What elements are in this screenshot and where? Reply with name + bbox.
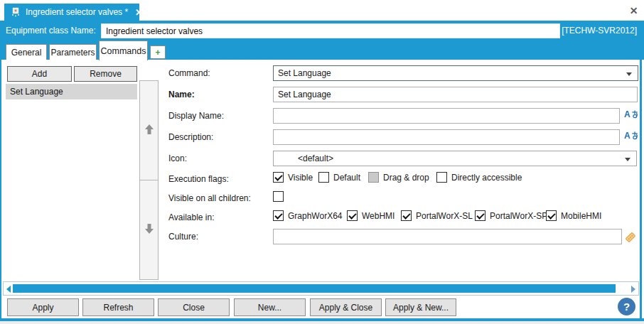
checkbox-default[interactable]: Default bbox=[318, 172, 360, 183]
window-border-right bbox=[640, 21, 642, 321]
icon-label: Icon: bbox=[168, 153, 187, 163]
document-tab[interactable]: Ingredient selector valves * ✕ bbox=[4, 4, 139, 21]
horizontal-scrollbar[interactable] bbox=[3, 281, 639, 296]
window-bottom-strip bbox=[0, 321, 644, 324]
checkbox-graphworx64[interactable]: GraphWorX64 bbox=[273, 210, 342, 221]
window-close-icon[interactable]: ✕ bbox=[628, 5, 640, 17]
culture-tag-icon[interactable] bbox=[624, 231, 637, 244]
list-item[interactable]: Set Language bbox=[6, 84, 137, 99]
equipment-class-name-input[interactable] bbox=[101, 23, 560, 38]
command-value: Set Language bbox=[278, 68, 331, 78]
localize-icon-latin: A bbox=[624, 109, 630, 119]
checkbox-webhmi[interactable]: WebHMI bbox=[347, 210, 395, 221]
reorder-controls bbox=[139, 80, 159, 281]
checkbox-box[interactable] bbox=[347, 210, 358, 221]
description-label: Description: bbox=[168, 132, 213, 142]
help-button[interactable]: ? bbox=[618, 298, 635, 315]
checkbox-portalworx-sp[interactable]: PortalWorX-SP bbox=[475, 210, 547, 221]
checkbox-mobilehmi[interactable]: MobileHMI bbox=[546, 210, 601, 221]
equipment-class-editor-window: Ingredient selector valves * ✕ ✕ Equipme… bbox=[0, 0, 644, 324]
commands-tab-content: Add Remove Set Language Command: Set Lan… bbox=[1, 60, 640, 281]
visible-on-all-children-label: Visible on all children: bbox=[168, 193, 251, 203]
localize-icon-kana bbox=[631, 110, 639, 119]
checkbox-label: Directly accessible bbox=[451, 173, 522, 183]
apply-and-close-button[interactable]: Apply & Close bbox=[310, 298, 382, 316]
checkbox-box[interactable] bbox=[436, 172, 447, 183]
arrow-up-icon bbox=[144, 123, 155, 139]
scroll-right-icon[interactable] bbox=[631, 286, 635, 293]
window-border-left bbox=[0, 21, 1, 321]
tab-parameters[interactable]: Parameters bbox=[49, 44, 97, 60]
checkbox-label: Default bbox=[333, 173, 360, 183]
name-input[interactable] bbox=[273, 87, 638, 102]
add-tab-button[interactable]: + bbox=[150, 45, 166, 59]
move-up-button[interactable] bbox=[139, 80, 159, 180]
display-name-input[interactable] bbox=[273, 108, 620, 124]
checkbox-box[interactable] bbox=[273, 191, 284, 202]
checkbox-portalworx-sl[interactable]: PortalWorX-SL bbox=[401, 210, 473, 221]
checkbox-label: WebHMI bbox=[362, 211, 395, 221]
checkbox-visible-on-all-children[interactable] bbox=[273, 191, 284, 202]
tab-general[interactable]: General bbox=[6, 44, 47, 60]
apply-button[interactable]: Apply bbox=[7, 298, 79, 316]
tab-commands[interactable]: Commands bbox=[99, 40, 148, 60]
equipment-class-name-label: Equipment class Name: bbox=[6, 26, 96, 36]
titlebar: Ingredient selector valves * ✕ ✕ bbox=[0, 0, 644, 21]
scroll-left-icon[interactable] bbox=[6, 286, 11, 293]
culture-input[interactable] bbox=[273, 229, 622, 244]
tab-strip: General Parameters Commands + bbox=[0, 41, 644, 60]
close-button[interactable]: Close bbox=[158, 298, 230, 316]
new-button[interactable]: New... bbox=[234, 298, 306, 316]
command-label: Command: bbox=[168, 68, 210, 78]
checkbox-label: PortalWorX-SP bbox=[490, 211, 547, 221]
checkbox-box[interactable] bbox=[475, 210, 485, 221]
available-in-label: Available in: bbox=[168, 212, 215, 222]
move-down-button[interactable] bbox=[139, 180, 159, 280]
checkbox-box[interactable] bbox=[368, 172, 379, 183]
localize-icon[interactable]: A bbox=[624, 109, 641, 120]
checkbox-label: PortalWorX-SL bbox=[416, 211, 473, 221]
chevron-down-icon bbox=[626, 72, 632, 76]
description-input[interactable] bbox=[273, 129, 620, 145]
chevron-down-icon bbox=[625, 158, 630, 161]
localize-icon-kana bbox=[631, 131, 639, 140]
checkbox-label: Visible bbox=[288, 173, 313, 183]
checkbox-box[interactable] bbox=[546, 210, 557, 221]
execution-flags-label: Execution flags: bbox=[168, 174, 229, 184]
display-name-label: Display Name: bbox=[168, 111, 224, 121]
footer-bar: Apply Refresh Close New... Apply & Close… bbox=[1, 296, 640, 318]
arrow-down-icon bbox=[144, 222, 155, 238]
checkbox-label: Drag & drop bbox=[383, 173, 429, 183]
equipment-class-header: Equipment class Name: [TECHW-SVR2012] bbox=[0, 21, 644, 41]
remove-button[interactable]: Remove bbox=[74, 66, 137, 82]
scrollbar-thumb[interactable] bbox=[13, 284, 616, 293]
checkbox-visible[interactable]: Visible bbox=[273, 172, 313, 183]
refresh-button[interactable]: Refresh bbox=[82, 298, 154, 316]
commands-list[interactable]: Set Language bbox=[6, 84, 137, 279]
localize-icon[interactable]: A bbox=[624, 130, 641, 141]
document-tab-close-icon[interactable]: ✕ bbox=[135, 7, 143, 18]
server-badge: [TECHW-SVR2012] bbox=[562, 26, 637, 36]
checkbox-directly-accessible[interactable]: Directly accessible bbox=[436, 172, 522, 183]
checkbox-drag-drop[interactable]: Drag & drop bbox=[368, 172, 429, 183]
icon-value: <default> bbox=[298, 153, 333, 163]
localize-icon-latin: A bbox=[624, 131, 630, 141]
icon-combobox[interactable]: <default> bbox=[273, 151, 637, 166]
culture-label: Culture: bbox=[168, 232, 198, 242]
equipment-class-icon bbox=[10, 6, 21, 18]
checkbox-label: MobileHMI bbox=[561, 211, 601, 221]
add-button[interactable]: Add bbox=[7, 66, 72, 82]
command-combobox[interactable]: Set Language bbox=[273, 65, 638, 81]
checkbox-box[interactable] bbox=[273, 172, 284, 183]
checkbox-box[interactable] bbox=[273, 210, 284, 221]
name-label: Name: bbox=[168, 90, 195, 99]
checkbox-box[interactable] bbox=[401, 210, 412, 221]
checkbox-label: GraphWorX64 bbox=[288, 211, 342, 221]
apply-and-new-button[interactable]: Apply & New... bbox=[385, 298, 456, 316]
document-tab-title: Ingredient selector valves * bbox=[26, 7, 128, 17]
checkbox-box[interactable] bbox=[318, 172, 329, 183]
